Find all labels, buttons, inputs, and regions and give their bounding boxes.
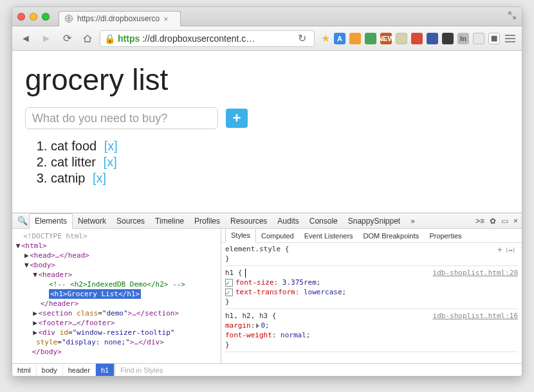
extensions-row: ANEWIn▦ [334,33,500,44]
browser-tab[interactable]: https://dl.dropboxuserco × [59,11,181,26]
dom-body-close: </body> [32,348,62,356]
find-in-styles-input[interactable]: Find in Styles [115,364,522,376]
new-item-input[interactable] [25,107,218,129]
delete-item-button[interactable]: [x] [89,171,106,185]
delete-item-button[interactable]: [x] [100,139,118,153]
nav-toolbar: ◄ ► ⟳ 🔒 https ://dl.dropboxusercontent.c… [12,26,522,51]
devtools-close-button[interactable]: × [513,217,518,226]
minimize-window-button[interactable] [30,13,37,21]
grocery-list: cat food [x]cat litter [x]catnip [x] [51,138,509,186]
traffic-lights [17,13,50,21]
bookmark-star-icon[interactable]: ★ [321,32,330,44]
list-item: cat food [x] [51,138,509,154]
new-rule-icon[interactable]: + [497,245,502,254]
extension-icon[interactable]: ▦ [488,33,500,44]
page-title: grocery list [25,62,509,97]
style-checkbox[interactable] [225,289,233,296]
expand-shorthand-icon[interactable] [256,323,259,328]
item-name: catnip [51,171,85,185]
styles-tab-styles[interactable]: Styles [225,229,256,243]
settings-gear-icon[interactable]: ✿ [490,217,496,226]
styles-tab-dom-breakpoints[interactable]: DOM Breakpoints [358,229,425,243]
breadcrumb-body[interactable]: body [37,364,63,376]
styles-tab-properties[interactable]: Properties [424,229,466,243]
address-bar[interactable]: 🔒 https ://dl.dropboxusercontent.c… ↻ [100,30,315,47]
console-toggle-icon[interactable]: >≡ [475,217,484,226]
search-icon[interactable]: 🔍 [16,216,29,226]
style-checkbox[interactable] [225,279,233,287]
devtools-tab-console[interactable]: Console [304,213,343,229]
back-button[interactable]: ◄ [17,31,34,46]
expand-icon[interactable] [508,11,517,22]
dom-footer[interactable]: <footer>…</footer> [39,319,115,327]
devtools-more[interactable]: » [405,213,420,229]
breadcrumb-h1[interactable]: h1 [96,364,115,376]
hamburger-menu-icon[interactable] [504,35,517,42]
devtools-tab-timeline[interactable]: Timeline [150,213,189,229]
item-name: cat litter [51,155,96,169]
close-window-button[interactable] [17,13,25,21]
add-item-row: + [25,107,509,129]
tab-title: https://dl.dropboxuserco [77,14,160,23]
url-protocol: https [118,33,140,44]
dom-header[interactable]: <header> [39,271,73,279]
styles-body[interactable]: +⁞↔⁞ element.style { } idb-shoplist.html… [221,243,522,363]
refresh-icon[interactable]: ↻ [293,31,310,46]
reload-button[interactable]: ⟳ [59,31,75,46]
devtools-tab-audits[interactable]: Audits [272,213,304,229]
extension-icon[interactable]: In [457,33,469,44]
devtools-tab-elements[interactable]: Elements [29,213,73,229]
extension-icon[interactable] [365,33,376,44]
devtools-tab-network[interactable]: Network [73,213,111,229]
list-item: cat litter [x] [51,154,509,170]
toggle-state-icon[interactable]: ⁞↔⁞ [506,246,515,254]
styles-tabs: StylesComputedEvent ListenersDOM Breakpo… [221,229,522,243]
extension-icon[interactable]: A [334,33,345,44]
style-source-link[interactable]: idb-shoplist.html:16 [433,311,518,321]
dom-doctype: <!DOCTYPE html> [23,232,87,240]
styles-tab-event-listeners[interactable]: Event Listeners [299,229,358,243]
forward-button[interactable]: ► [38,31,55,46]
devtools-tab-snappysnippet[interactable]: SnappySnippet [343,213,405,229]
dom-selected-h1[interactable]: <h1>Grocery List</h1> [49,289,141,299]
dom-html[interactable]: <html> [21,242,47,250]
devtools-tabs: 🔍 ElementsNetworkSourcesTimelineProfiles… [12,213,522,229]
zoom-window-button[interactable] [42,13,50,21]
extension-icon[interactable] [473,33,484,44]
element-style-selector: element.style { [225,244,518,254]
add-item-button[interactable]: + [226,109,248,128]
devtools-tab-sources[interactable]: Sources [111,213,150,229]
home-button[interactable] [79,31,96,46]
styles-tab-computed[interactable]: Computed [256,229,299,243]
dom-comment: <!-- <h2>IndexedDB Demo</h2> --> [49,280,185,289]
h1-selector: h1 { [225,269,243,277]
extension-icon[interactable] [427,33,438,44]
page-content: grocery list + cat food [x]cat litter [x… [12,51,522,213]
devtools-tab-profiles[interactable]: Profiles [189,213,225,229]
extension-icon[interactable] [411,33,423,44]
tab-strip: https://dl.dropboxuserco × [12,7,522,26]
extension-icon[interactable] [396,33,407,44]
elements-tree[interactable]: <!DOCTYPE html> ▼<html> ▶<head>…</head> … [12,229,221,363]
extension-icon[interactable] [349,33,361,44]
lock-icon: 🔒 [104,33,115,44]
list-item: catnip [x] [51,170,509,186]
style-source-link[interactable]: idb-shoplist.html:20 [433,268,518,278]
item-name: cat food [51,139,97,153]
url-rest: ://dl.dropboxusercontent.c… [142,33,255,44]
breadcrumb-html[interactable]: html [12,364,37,376]
devtools-footer: htmlbodyheaderh1 Find in Styles [12,363,522,376]
dom-body[interactable]: <body> [30,261,55,269]
close-tab-button[interactable]: × [163,14,169,24]
text-cursor-icon [245,269,246,278]
dom-header-close: </header> [41,299,79,308]
dock-icon[interactable]: ▭ [501,217,508,226]
extension-icon[interactable]: NEW [380,33,392,44]
breadcrumb-header[interactable]: header [63,364,96,376]
styles-panel: StylesComputedEvent ListenersDOM Breakpo… [221,229,522,363]
devtools-panel: 🔍 ElementsNetworkSourcesTimelineProfiles… [12,213,522,376]
dom-head[interactable]: <head>…</head> [30,251,89,260]
extension-icon[interactable] [442,33,454,44]
delete-item-button[interactable]: [x] [100,155,117,169]
devtools-tab-resources[interactable]: Resources [225,213,272,229]
